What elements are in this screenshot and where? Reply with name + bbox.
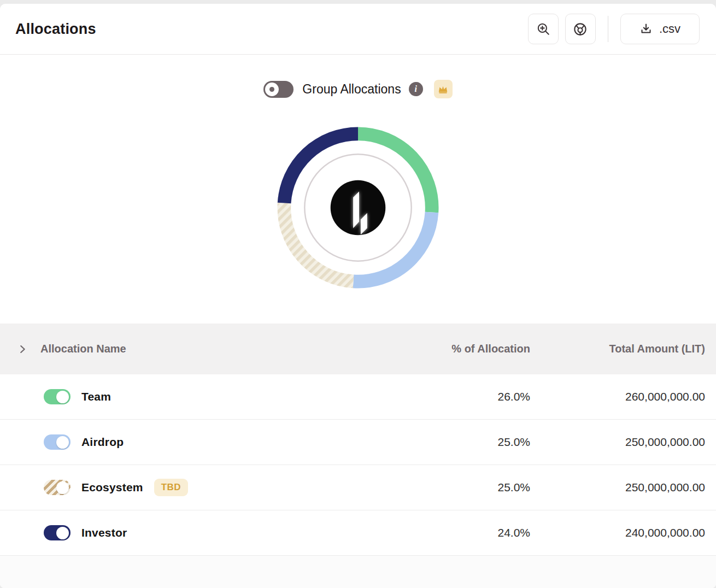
table-row: Airdrop25.0%250,000,000.00 <box>0 420 716 465</box>
allocation-amount: 240,000,000.00 <box>530 526 716 539</box>
toggle-knob <box>265 83 279 96</box>
info-icon[interactable]: i <box>409 82 423 96</box>
col-header-percent: % of Allocation <box>366 343 530 355</box>
zoom-in-button[interactable] <box>528 14 559 44</box>
header-actions: .csv <box>528 14 700 44</box>
group-allocations-row: Group Allocations i <box>0 80 716 98</box>
group-allocations-toggle[interactable] <box>263 81 294 98</box>
allocation-percent: 26.0% <box>366 390 530 403</box>
header-divider <box>608 16 608 42</box>
table-row: Team26.0%260,000,000.00 <box>0 374 716 420</box>
donut-chart-icon <box>573 22 588 37</box>
tbd-badge: TBD <box>154 479 188 496</box>
allocation-percent: 24.0% <box>366 526 530 539</box>
download-csv-button[interactable]: .csv <box>620 14 700 44</box>
allocation-visibility-toggle[interactable] <box>44 434 71 450</box>
table-header-row: Allocation Name % of Allocation Total Am… <box>0 324 716 374</box>
allocation-visibility-toggle[interactable] <box>44 480 71 495</box>
allocation-amount: 250,000,000.00 <box>530 436 716 449</box>
token-logo <box>331 180 386 236</box>
allocation-amount: 260,000,000.00 <box>530 390 716 403</box>
allocation-name: Airdrop <box>81 436 124 449</box>
table-footer-space <box>0 556 716 588</box>
page-title: Allocations <box>15 21 96 38</box>
allocation-percent: 25.0% <box>366 481 530 494</box>
allocation-name: Investor <box>81 526 127 539</box>
allocation-percent: 25.0% <box>366 436 530 449</box>
group-allocations-label: Group Allocations <box>302 82 401 97</box>
zoom-in-icon <box>536 22 550 36</box>
table-row: EcosystemTBD25.0%250,000,000.00 <box>0 465 716 510</box>
allocation-name: Team <box>81 390 111 403</box>
allocations-panel: Allocations <box>0 4 716 588</box>
csv-button-label: .csv <box>659 22 680 36</box>
allocation-name: Ecosystem <box>81 481 143 494</box>
download-icon <box>639 22 653 36</box>
col-header-total-amount: Total Amount (LIT) <box>530 343 716 355</box>
premium-crown-button[interactable] <box>434 80 453 98</box>
allocation-visibility-toggle[interactable] <box>44 525 71 540</box>
table-row: Investor24.0%240,000,000.00 <box>0 510 716 556</box>
allocations-table: Allocation Name % of Allocation Total Am… <box>0 324 716 588</box>
panel-header: Allocations <box>0 4 716 55</box>
table-body: Team26.0%260,000,000.00Airdrop25.0%250,0… <box>0 374 716 556</box>
allocation-donut-chart[interactable] <box>0 127 716 289</box>
expand-chevron-icon[interactable] <box>16 343 28 355</box>
col-header-allocation-name: Allocation Name <box>40 343 126 355</box>
donut-chart-button[interactable] <box>565 14 596 44</box>
allocation-amount: 250,000,000.00 <box>530 481 716 494</box>
allocation-visibility-toggle[interactable] <box>44 389 71 404</box>
crown-icon <box>437 84 449 95</box>
